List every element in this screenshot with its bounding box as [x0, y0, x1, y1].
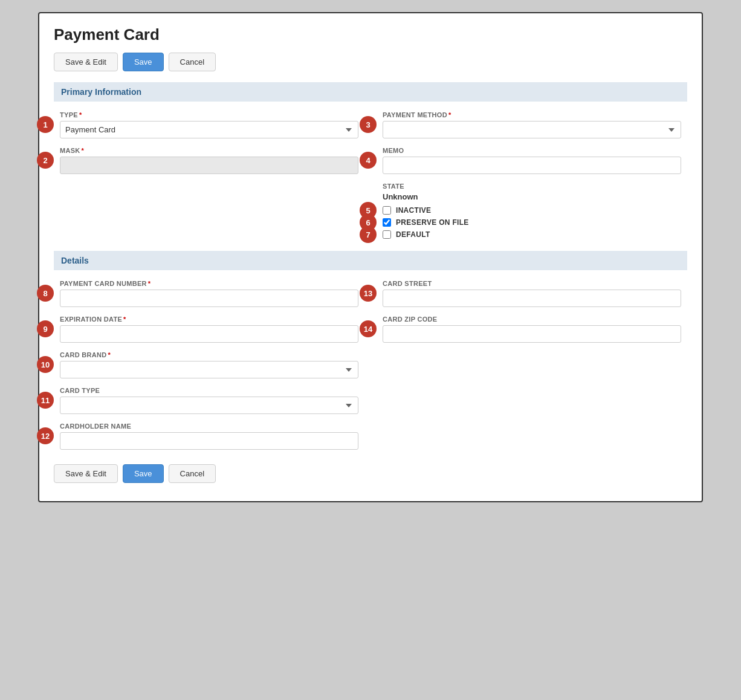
inactive-label: INACTIVE	[396, 206, 431, 215]
card-brand-select[interactable]	[60, 361, 358, 378]
preserve-checkbox[interactable]	[383, 218, 391, 227]
mask-input	[60, 157, 358, 174]
badge-13: 13	[360, 285, 377, 302]
badge-8: 8	[37, 285, 54, 302]
card-type-select[interactable]	[60, 397, 358, 414]
primary-form-grid: 1 TYPE* Payment Card 2 MASK*	[54, 111, 687, 239]
save-edit-button-bottom[interactable]: Save & Edit	[54, 464, 118, 483]
primary-section: Primary Information 1 TYPE* Payment Card…	[54, 82, 687, 239]
inactive-checkbox[interactable]	[383, 206, 391, 215]
cardholder-name-label: CARDHOLDER NAME	[60, 423, 358, 430]
cancel-button-bottom[interactable]: Cancel	[169, 464, 216, 483]
badge-9: 9	[37, 320, 54, 337]
type-label: TYPE*	[60, 111, 358, 118]
expiration-date-label: EXPIRATION DATE*	[60, 316, 358, 323]
card-street-input[interactable]	[383, 290, 681, 307]
badge-2: 2	[37, 152, 54, 169]
state-label: STATE	[383, 183, 681, 190]
card-brand-field-group: 10 CARD BRAND*	[60, 351, 358, 378]
memo-input[interactable]	[383, 157, 681, 174]
default-row: 7 DEFAULT	[383, 230, 681, 239]
bottom-toolbar: Save & Edit Save Cancel	[54, 464, 687, 483]
card-zip-label: CARD ZIP CODE	[383, 316, 681, 323]
badge-4: 4	[360, 152, 377, 169]
save-button-top[interactable]: Save	[123, 53, 164, 71]
primary-right-col: 3 PAYMENT METHOD* 4 MEMO STATE	[383, 111, 681, 239]
badge-12: 12	[37, 427, 54, 444]
details-section-header: Details	[54, 251, 687, 270]
payment-method-select[interactable]	[383, 121, 681, 138]
cancel-button-top[interactable]: Cancel	[169, 53, 216, 71]
primary-left-col: 1 TYPE* Payment Card 2 MASK*	[60, 111, 358, 239]
mask-label: MASK*	[60, 147, 358, 154]
mask-field-group: 2 MASK*	[60, 147, 358, 174]
badge-10: 10	[37, 356, 54, 373]
badge-1: 1	[37, 116, 54, 133]
badge-11: 11	[37, 392, 54, 409]
expiration-date-input[interactable]	[60, 325, 358, 343]
details-left-col: 8 PAYMENT CARD NUMBER* 9 EXPIRATION DATE…	[60, 280, 358, 450]
card-type-field-group: 11 CARD TYPE	[60, 387, 358, 414]
top-toolbar: Save & Edit Save Cancel	[54, 53, 687, 71]
default-checkbox[interactable]	[383, 230, 391, 239]
card-number-field-group: 8 PAYMENT CARD NUMBER*	[60, 280, 358, 307]
state-field-group: STATE Unknown 5 INACTIVE 6 PRESERVE ON F…	[383, 183, 681, 239]
details-right-col: 13 CARD STREET 14 CARD ZIP CODE	[383, 280, 681, 450]
save-button-bottom[interactable]: Save	[123, 464, 164, 483]
card-brand-label: CARD BRAND*	[60, 351, 358, 358]
expiration-date-field-group: 9 EXPIRATION DATE*	[60, 316, 358, 343]
details-section: Details 8 PAYMENT CARD NUMBER* 9 EXPIRAT…	[54, 251, 687, 450]
card-number-input[interactable]	[60, 290, 358, 307]
inactive-row: 5 INACTIVE	[383, 206, 681, 215]
memo-label: MEMO	[383, 147, 681, 154]
badge-7: 7	[360, 226, 377, 243]
cardholder-name-field-group: 12 CARDHOLDER NAME	[60, 423, 358, 450]
card-number-label: PAYMENT CARD NUMBER*	[60, 280, 358, 287]
details-form-grid: 8 PAYMENT CARD NUMBER* 9 EXPIRATION DATE…	[54, 280, 687, 450]
payment-method-label: PAYMENT METHOD*	[383, 111, 681, 118]
payment-method-field-group: 3 PAYMENT METHOD*	[383, 111, 681, 138]
preserve-row: 6 PRESERVE ON FILE	[383, 218, 681, 227]
page-container: Payment Card Save & Edit Save Cancel Pri…	[38, 12, 703, 502]
card-zip-input[interactable]	[383, 325, 681, 343]
primary-section-header: Primary Information	[54, 82, 687, 102]
cardholder-name-input[interactable]	[60, 432, 358, 450]
save-edit-button-top[interactable]: Save & Edit	[54, 53, 118, 71]
card-street-label: CARD STREET	[383, 280, 681, 287]
preserve-label: PRESERVE ON FILE	[396, 218, 469, 227]
type-field-group: 1 TYPE* Payment Card	[60, 111, 358, 138]
page-title: Payment Card	[54, 25, 687, 44]
card-zip-field-group: 14 CARD ZIP CODE	[383, 316, 681, 343]
memo-field-group: 4 MEMO	[383, 147, 681, 174]
card-type-label: CARD TYPE	[60, 387, 358, 394]
card-street-field-group: 13 CARD STREET	[383, 280, 681, 307]
type-select[interactable]: Payment Card	[60, 121, 358, 138]
badge-14: 14	[360, 320, 377, 337]
badge-3: 3	[360, 116, 377, 133]
default-label: DEFAULT	[396, 230, 430, 239]
state-value: Unknown	[383, 192, 681, 201]
